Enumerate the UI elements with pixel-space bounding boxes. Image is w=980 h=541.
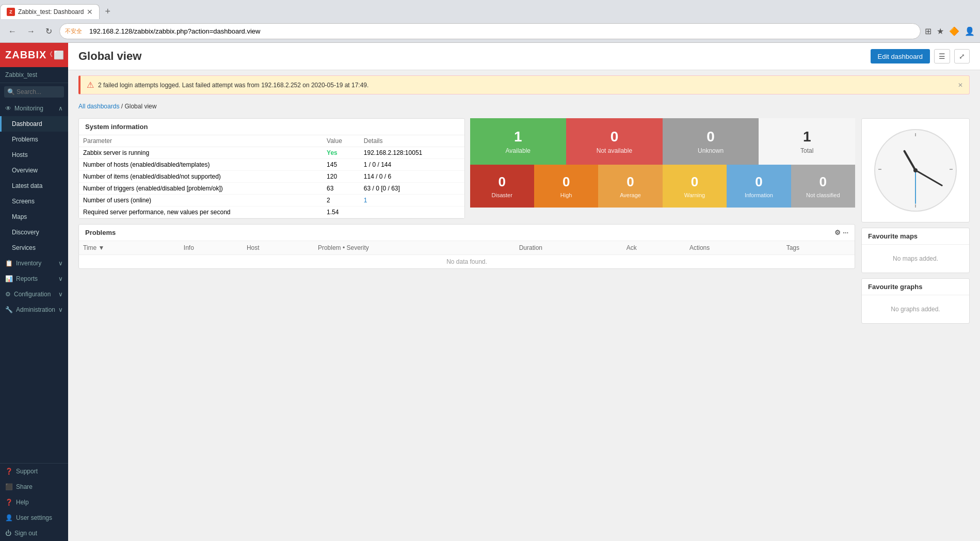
host-status-box[interactable]: 1Total [759, 118, 855, 165]
profile-icon[interactable]: 👤 [965, 26, 975, 36]
services-label: Services [12, 244, 36, 251]
alert-close-button[interactable]: ✕ [958, 82, 963, 89]
problems-settings-icon[interactable]: ⚙ [834, 229, 841, 236]
sidebar-support[interactable]: ❓ Support [0, 464, 68, 479]
severity-box[interactable]: 0High [534, 165, 598, 208]
second-hand [915, 170, 916, 204]
configuration-icon: ⚙ [5, 291, 11, 298]
sidebar-item-discovery[interactable]: Discovery [0, 225, 68, 240]
latest-data-label: Latest data [12, 182, 42, 189]
back-button[interactable]: ← [5, 26, 20, 37]
clock-tick-3 [950, 169, 953, 170]
extension-icon[interactable]: 🔶 [949, 26, 959, 36]
support-label: Support [16, 468, 38, 475]
sidebar-help[interactable]: ❓ Help [0, 495, 68, 510]
sidebar-item-overview[interactable]: Overview [0, 163, 68, 178]
host-status-box[interactable]: 1Available [470, 118, 567, 165]
sidebar-item-reports[interactable]: 📊 Reports ∨ [0, 271, 68, 287]
forward-button[interactable]: → [24, 26, 38, 37]
header-actions: Edit dashboard ☰ ⤢ [871, 49, 970, 63]
host-label: Unknown [698, 147, 724, 154]
configuration-chevron-icon: ∨ [58, 291, 63, 298]
help-icon: ❓ [5, 499, 13, 506]
sidebar-item-monitoring[interactable]: 👁 Monitoring ∧ [0, 101, 68, 116]
severity-box[interactable]: 0Warning [663, 165, 727, 208]
sidebar-item-problems[interactable]: Problems [0, 132, 68, 147]
no-data-cell: No data found. [79, 255, 855, 269]
sidebar-user-settings[interactable]: 👤 User settings [0, 510, 68, 526]
sidebar-item-dashboard[interactable]: Dashboard [0, 116, 68, 132]
browser-icons: ⊞ ★ 🔶 👤 [925, 26, 975, 36]
value-cell: 120 [323, 171, 360, 183]
screens-label: Screens [12, 198, 35, 205]
dashboard-grid: System information Parameter Value Detai… [68, 113, 980, 541]
problems-actions: ⚙ ··· [834, 229, 848, 236]
status-widgets: 1Available0Not available0Unknown1Total 0… [470, 118, 856, 219]
sidebar-item-configuration[interactable]: ⚙ Configuration ∨ [0, 287, 68, 302]
edit-dashboard-button[interactable]: Edit dashboard [871, 49, 930, 63]
list-view-button[interactable]: ☰ [934, 49, 950, 63]
screenshot-icon[interactable]: ⊞ [925, 26, 931, 36]
alert-icon: ⚠ [87, 80, 94, 90]
host-status-box[interactable]: 0Unknown [663, 118, 759, 165]
sidebar-item-services[interactable]: Services [0, 240, 68, 256]
sidebar-item-hosts[interactable]: Hosts [0, 147, 68, 163]
severity-label: Average [620, 192, 641, 198]
administration-chevron-icon: ∨ [58, 306, 63, 313]
logo-text: ZABBIX [5, 49, 46, 61]
reload-button[interactable]: ↻ [42, 25, 55, 37]
breadcrumb-separator: / [121, 103, 123, 110]
alert-message: 2 failed login attempts logged. Last fai… [98, 82, 368, 89]
tab-close-button[interactable]: ✕ [87, 8, 93, 16]
inventory-chevron-icon: ∨ [58, 260, 63, 267]
sidebar-item-maps[interactable]: Maps [0, 209, 68, 225]
active-tab[interactable]: Z Zabbix_test: Dashboard ✕ [0, 4, 100, 19]
problems-more-icon[interactable]: ··· [843, 229, 848, 236]
sidebar-item-screens[interactable]: Screens [0, 194, 68, 209]
dashboard-left: System information Parameter Value Detai… [78, 118, 855, 536]
breadcrumb: All dashboards / Global view [68, 100, 980, 113]
fullscreen-button[interactable]: ⤢ [954, 49, 970, 63]
logo-arrows[interactable]: 《 ⬜ [46, 50, 64, 60]
details-cell: 192.168.2.128:10051 [360, 147, 464, 159]
overview-label: Overview [12, 167, 38, 174]
col-value: Value [323, 135, 360, 147]
dashboard-label: Dashboard [12, 120, 42, 128]
table-row: Number of hosts (enabled/disabled/templa… [79, 159, 464, 171]
severity-count: 0 [755, 174, 762, 190]
tab-bar: Z Zabbix_test: Dashboard ✕ + [0, 0, 980, 20]
severity-box[interactable]: 0Information [727, 165, 791, 208]
share-label: Share [16, 483, 33, 490]
sidebar-item-administration[interactable]: 🔧 Administration ∨ [0, 302, 68, 317]
severity-box[interactable]: 0Average [598, 165, 662, 208]
table-row: Required server performance, new values … [79, 206, 464, 218]
host-status-box[interactable]: 0Not available [566, 118, 663, 165]
page-header: Global view Edit dashboard ☰ ⤢ [68, 43, 980, 70]
clock-face [874, 129, 957, 212]
table-row: Number of items (enabled/disabled/not su… [79, 171, 464, 183]
severity-box[interactable]: 0Not classified [791, 165, 855, 208]
severity-box[interactable]: 0Disaster [470, 165, 534, 208]
favourite-graphs-header: Favourite graphs [862, 279, 969, 295]
sidebar-sign-out[interactable]: ⏻ Sign out [0, 526, 68, 541]
host-label: Total [800, 147, 813, 154]
param-cell: Number of triggers (enabled/disabled [pr… [79, 183, 323, 195]
address-input[interactable] [85, 25, 915, 37]
new-tab-button[interactable]: + [100, 3, 116, 20]
monitoring-icon: 👁 [5, 105, 11, 112]
problems-col-header: Actions [685, 241, 782, 255]
security-label: 不安全 [65, 27, 82, 35]
sidebar-item-inventory[interactable]: 📋 Inventory ∨ [0, 256, 68, 271]
host-status-row: 1Available0Not available0Unknown1Total [470, 118, 856, 165]
col-parameter: Parameter [79, 135, 323, 147]
tab-favicon: Z [7, 8, 15, 16]
breadcrumb-all-dashboards[interactable]: All dashboards [78, 103, 119, 110]
problems-title: Problems [85, 229, 116, 236]
sidebar-item-latest-data[interactable]: Latest data [0, 178, 68, 194]
bookmark-star-icon[interactable]: ★ [937, 26, 944, 36]
severity-row: 0Disaster0High0Average0Warning0Informati… [470, 165, 856, 208]
app-container: ZABBIX 《 ⬜ Zabbix_test 🔍 👁 Monitoring ∧ … [0, 43, 980, 541]
table-row: Number of users (online) 2 1 [79, 195, 464, 206]
host-label: Not available [597, 147, 632, 154]
sidebar-share[interactable]: ⬛ Share [0, 479, 68, 495]
